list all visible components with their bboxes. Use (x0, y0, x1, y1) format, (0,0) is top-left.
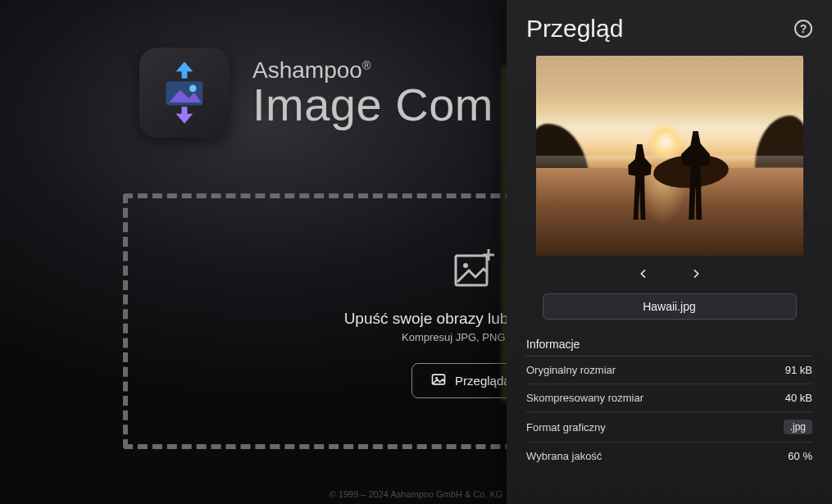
prev-image-button[interactable] (635, 266, 652, 282)
info-row-quality: Wybrana jakość 60 % (526, 443, 812, 470)
info-value: 40 kB (785, 392, 812, 404)
format-badge: .jpg (784, 420, 812, 434)
brand-text: Ashampoo® Image Com (252, 57, 493, 128)
preview-nav (526, 266, 812, 282)
panel-header: Przegląd ? (526, 15, 812, 43)
info-header: Informacje (526, 338, 812, 356)
info-label: Wybrana jakość (526, 450, 602, 462)
svg-point-3 (463, 263, 468, 268)
preview-panel: Przegląd ? Hawaii.jpg Informacje Orygina… (507, 0, 832, 504)
registered-mark: ® (362, 59, 371, 72)
filename-chip[interactable]: Hawaii.jpg (543, 293, 797, 320)
info-value: 60 % (788, 450, 812, 462)
panel-title: Przegląd (526, 15, 623, 43)
info-value: 91 kB (785, 364, 812, 376)
image-icon (430, 371, 447, 390)
next-image-button[interactable] (688, 266, 704, 282)
image-preview (536, 56, 803, 256)
info-label: Oryginalny rozmiar (526, 364, 616, 376)
info-row-format: Format graficzny .jpg (526, 412, 812, 443)
app-icon (139, 48, 230, 138)
help-icon[interactable]: ? (794, 20, 812, 38)
brand-block: Ashampoo® Image Com (139, 48, 493, 138)
browse-label: Przeglądaj (455, 374, 513, 388)
info-label: Skompresowany rozmiar (526, 392, 643, 404)
info-row-compressed-size: Skompresowany rozmiar 40 kB (526, 384, 812, 412)
product-name: Image Com (252, 82, 493, 128)
svg-point-1 (189, 85, 197, 93)
info-row-original-size: Oryginalny rozmiar 91 kB (526, 356, 812, 384)
add-image-icon (451, 244, 497, 290)
info-label: Format graficzny (526, 421, 606, 434)
